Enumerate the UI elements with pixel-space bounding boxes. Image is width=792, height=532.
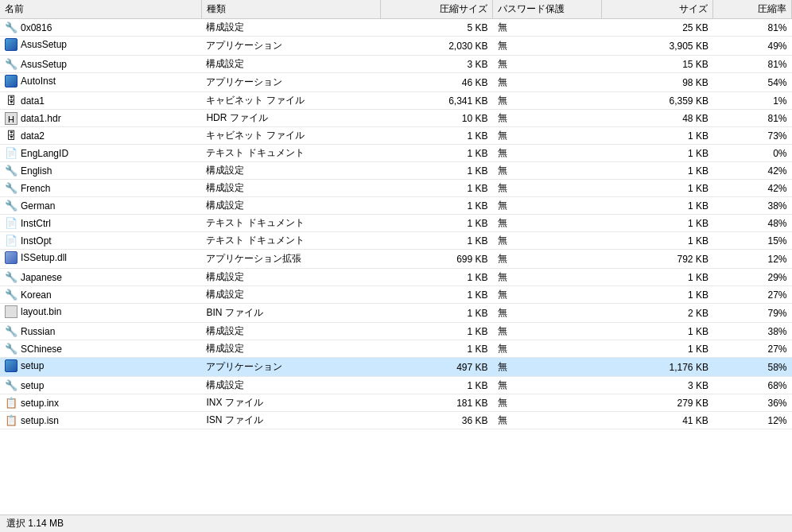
file-size-cell: 1 KB: [601, 269, 713, 286]
table-row[interactable]: H data1.hdr HDR ファイル 10 KB 無 48 KB 81%: [0, 110, 792, 127]
text-icon: 📄: [5, 217, 17, 230]
file-name: layout.bin: [21, 306, 61, 317]
file-size-cell: 1 KB: [601, 197, 713, 215]
table-row[interactable]: 🔧 Korean 構成設定 1 KB 無 1 KB 27%: [0, 286, 792, 304]
file-password-cell: 無: [493, 19, 602, 37]
config-icon: 🔧: [5, 343, 17, 355]
col-header-password[interactable]: パスワード保護: [493, 0, 602, 19]
file-password-cell: 無: [493, 412, 602, 429]
table-row[interactable]: 📄 InstOpt テキスト ドキュメント 1 KB 無 1 KB 15%: [0, 232, 792, 250]
file-compressed-cell: 3 KB: [381, 56, 493, 73]
file-name: setup.inx: [21, 398, 59, 409]
file-name: EngLangID: [21, 148, 68, 159]
file-ratio-cell: 29%: [713, 269, 792, 286]
table-row[interactable]: 📋 setup.isn ISN ファイル 36 KB 無 41 KB 12%: [0, 412, 792, 429]
file-compressed-cell: 6,341 KB: [381, 92, 493, 110]
file-name-cell: 🔧 English: [0, 162, 201, 180]
file-size-cell: 15 KB: [601, 56, 713, 73]
file-compressed-cell: 699 KB: [381, 250, 493, 269]
file-size-cell: 3 KB: [601, 377, 713, 394]
file-name-cell: layout.bin: [0, 304, 201, 323]
file-compressed-cell: 181 KB: [381, 394, 493, 412]
col-header-compressed[interactable]: 圧縮サイズ: [381, 0, 493, 19]
col-header-size[interactable]: サイズ: [601, 0, 713, 19]
file-name-cell: setup: [0, 358, 201, 377]
file-type-cell: BIN ファイル: [201, 304, 380, 323]
file-name: data1: [21, 95, 45, 107]
file-type-cell: 構成設定: [201, 340, 380, 358]
file-compressed-cell: 1 KB: [381, 340, 493, 358]
file-compressed-cell: 5 KB: [381, 19, 493, 37]
col-header-name[interactable]: 名前: [0, 0, 201, 19]
file-size-cell: 41 KB: [601, 412, 713, 429]
file-compressed-cell: 1 KB: [381, 269, 493, 286]
file-name: AsusSetup: [21, 39, 67, 50]
table-row[interactable]: 🗄 data1 キャビネット ファイル 6,341 KB 無 6,359 KB …: [0, 92, 792, 110]
file-compressed-cell: 1 KB: [381, 215, 493, 232]
file-password-cell: 無: [493, 232, 602, 250]
table-row[interactable]: 🔧 AsusSetup 構成設定 3 KB 無 15 KB 81%: [0, 56, 792, 73]
file-name: AsusSetup: [21, 59, 67, 70]
file-ratio-cell: 42%: [713, 162, 792, 180]
file-ratio-cell: 12%: [713, 250, 792, 269]
file-name-cell: 🔧 0x0816: [0, 19, 201, 37]
file-ratio-cell: 49%: [713, 37, 792, 56]
file-compressed-cell: 10 KB: [381, 110, 493, 127]
table-row[interactable]: 🔧 SChinese 構成設定 1 KB 無 1 KB 27%: [0, 340, 792, 358]
file-name-cell: 🔧 AsusSetup: [0, 56, 201, 73]
table-row[interactable]: 🔧 French 構成設定 1 KB 無 1 KB 42%: [0, 180, 792, 197]
file-type-cell: 構成設定: [201, 323, 380, 340]
col-header-ratio[interactable]: 圧縮率: [713, 0, 792, 19]
file-type-cell: 構成設定: [201, 162, 380, 180]
file-size-cell: 2 KB: [601, 304, 713, 323]
table-row[interactable]: AutoInst アプリケーション 46 KB 無 98 KB 54%: [0, 73, 792, 92]
table-row[interactable]: 📋 setup.inx INX ファイル 181 KB 無 279 KB 36%: [0, 394, 792, 412]
table-row[interactable]: setup アプリケーション 497 KB 無 1,176 KB 58%: [0, 358, 792, 377]
file-size-cell: 1 KB: [601, 340, 713, 358]
file-compressed-cell: 1 KB: [381, 286, 493, 304]
app-icon: [5, 359, 17, 372]
file-password-cell: 無: [493, 56, 602, 73]
file-ratio-cell: 81%: [713, 110, 792, 127]
config-icon: 🔧: [5, 200, 17, 212]
bin-icon: [5, 305, 17, 318]
file-ratio-cell: 68%: [713, 377, 792, 394]
file-compressed-cell: 1 KB: [381, 197, 493, 215]
config-icon: 🔧: [5, 379, 17, 392]
file-name: ISSetup.dll: [21, 252, 67, 263]
file-password-cell: 無: [493, 377, 602, 394]
file-type-cell: 構成設定: [201, 377, 380, 394]
table-row[interactable]: 🔧 English 構成設定 1 KB 無 1 KB 42%: [0, 162, 792, 180]
file-name: InstOpt: [21, 235, 52, 247]
file-password-cell: 無: [493, 127, 602, 145]
table-row[interactable]: 🔧 Japanese 構成設定 1 KB 無 1 KB 29%: [0, 269, 792, 286]
table-row[interactable]: 🔧 setup 構成設定 1 KB 無 3 KB 68%: [0, 377, 792, 394]
table-row[interactable]: layout.bin BIN ファイル 1 KB 無 2 KB 79%: [0, 304, 792, 323]
file-type-cell: キャビネット ファイル: [201, 92, 380, 110]
col-header-type[interactable]: 種類: [201, 0, 380, 19]
file-compressed-cell: 1 KB: [381, 377, 493, 394]
file-name-cell: H data1.hdr: [0, 110, 201, 127]
file-list-container[interactable]: 名前 種類 圧縮サイズ パスワード保護 サイズ 圧縮率 🔧 0x0816 構成設…: [0, 0, 792, 521]
table-row[interactable]: ISSetup.dll アプリケーション拡張 699 KB 無 792 KB 1…: [0, 250, 792, 269]
file-name: setup.isn: [21, 415, 59, 426]
file-size-cell: 1 KB: [601, 180, 713, 197]
config-icon: 🔧: [5, 58, 17, 71]
table-row[interactable]: 🔧 German 構成設定 1 KB 無 1 KB 38%: [0, 197, 792, 215]
file-password-cell: 無: [493, 250, 602, 269]
file-compressed-cell: 46 KB: [381, 73, 493, 92]
table-row[interactable]: 🔧 Russian 構成設定 1 KB 無 1 KB 38%: [0, 323, 792, 340]
table-row[interactable]: AsusSetup アプリケーション 2,030 KB 無 3,905 KB 4…: [0, 37, 792, 56]
app-icon: [5, 38, 17, 51]
file-compressed-cell: 1 KB: [381, 232, 493, 250]
file-type-cell: 構成設定: [201, 180, 380, 197]
file-compressed-cell: 1 KB: [381, 323, 493, 340]
table-row[interactable]: 🗄 data2 キャビネット ファイル 1 KB 無 1 KB 73%: [0, 127, 792, 145]
table-row[interactable]: 📄 InstCtrl テキスト ドキュメント 1 KB 無 1 KB 48%: [0, 215, 792, 232]
table-row[interactable]: 📄 EngLangID テキスト ドキュメント 1 KB 無 1 KB 0%: [0, 145, 792, 162]
file-name: AutoInst: [21, 76, 56, 87]
table-row[interactable]: 🔧 0x0816 構成設定 5 KB 無 25 KB 81%: [0, 19, 792, 37]
file-type-cell: キャビネット ファイル: [201, 127, 380, 145]
file-password-cell: 無: [493, 394, 602, 412]
file-type-cell: ISN ファイル: [201, 412, 380, 429]
